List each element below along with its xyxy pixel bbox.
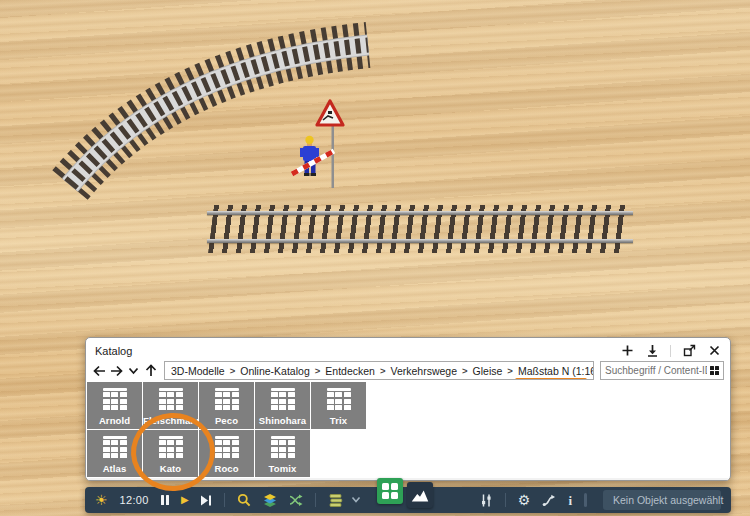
up-icon[interactable] — [143, 363, 158, 378]
search-field[interactable] — [600, 361, 724, 380]
popout-icon[interactable] — [682, 344, 696, 358]
search-input[interactable] — [605, 365, 707, 376]
sliders-icon[interactable] — [479, 491, 493, 509]
track-rail — [207, 239, 633, 243]
pause-icon[interactable] — [161, 491, 170, 509]
info-icon[interactable]: i — [568, 491, 572, 509]
tile-label: Arnold — [87, 415, 142, 426]
tile-label: Tomix — [255, 463, 310, 474]
tile-label: Peco — [199, 415, 254, 426]
play-icon[interactable]: ▶ — [181, 491, 189, 509]
folder-grid-icon — [271, 436, 295, 458]
sign-pole — [332, 124, 335, 188]
breadcrumb-separator: > — [314, 365, 322, 376]
tile-atlas[interactable]: Atlas — [87, 430, 142, 477]
clock-time[interactable]: 12:00 — [120, 494, 149, 506]
tile-arnold[interactable]: Arnold — [87, 382, 142, 429]
horizontal-scrollbar[interactable] — [87, 478, 729, 481]
sun-icon[interactable]: ☀ — [95, 491, 108, 509]
catalog-panel: Katalog — [85, 337, 731, 481]
tile-trix[interactable]: Trix — [311, 382, 366, 429]
worker-figure — [292, 136, 334, 176]
breadcrumb-item[interactable]: Verkehrswege — [390, 365, 457, 377]
tile-label: Atlas — [87, 463, 142, 474]
tile-peco[interactable]: Peco — [199, 382, 254, 429]
divider — [505, 493, 506, 507]
forward-icon[interactable] — [109, 363, 124, 378]
divider — [670, 345, 671, 357]
panel-title: Katalog — [95, 345, 132, 357]
track-rail — [207, 211, 633, 215]
selection-status-field: Kein Objekt ausgewählt — [603, 490, 721, 510]
events-icon[interactable] — [542, 491, 556, 509]
divider — [224, 493, 225, 507]
folder-grid-icon — [159, 388, 183, 410]
tile-tomix[interactable]: Tomix — [255, 430, 310, 477]
folder-grid-icon — [103, 436, 127, 458]
add-icon[interactable] — [620, 344, 634, 358]
folder-grid-icon — [215, 388, 239, 410]
breadcrumb[interactable]: 3D-Modelle > Online-Katalog > Entdecken … — [164, 361, 594, 380]
tile-label: Kato — [143, 463, 198, 474]
tile-label: Trix — [311, 415, 366, 426]
breadcrumb-item[interactable]: Online-Katalog — [240, 365, 309, 377]
tile-shinohara[interactable]: Shinohara — [255, 382, 310, 429]
terrain-button[interactable] — [407, 482, 433, 508]
gear-icon[interactable]: ⚙ — [518, 491, 531, 509]
breadcrumb-separator: > — [229, 365, 237, 376]
zoom-icon[interactable] — [237, 491, 251, 509]
breadcrumb-separator: > — [461, 365, 469, 376]
back-icon[interactable] — [92, 363, 107, 378]
grid-icon — [382, 483, 398, 499]
catalog-titlebar: Katalog — [86, 338, 730, 360]
folder-grid-icon — [103, 388, 127, 410]
divider — [315, 493, 316, 507]
import-icon[interactable] — [645, 344, 659, 358]
history-icon[interactable] — [126, 363, 141, 378]
catalog-tiles: Arnold Fleischmann Peco Shinohara Trix — [86, 381, 730, 477]
drag-handle[interactable] — [584, 493, 587, 507]
track-stack-icon[interactable] — [328, 491, 343, 509]
breadcrumb-separator: > — [379, 365, 387, 376]
folder-grid-icon — [271, 388, 295, 410]
straight-track[interactable] — [207, 202, 633, 256]
breadcrumb-item[interactable]: Entdecken — [325, 365, 375, 377]
close-icon[interactable] — [707, 344, 721, 358]
mountain-icon — [409, 484, 431, 506]
breadcrumb-item[interactable]: 3D-Modelle — [171, 365, 225, 377]
catalog-grid-button[interactable] — [377, 478, 403, 504]
tile-kato[interactable]: Kato — [143, 430, 198, 477]
tile-label: Shinohara — [255, 415, 310, 426]
construction-worker-and-sign[interactable] — [288, 98, 352, 198]
bottom-toolbar: ☀ 12:00 ▶ ⚙ i Kein Objekt ausgewählt — [85, 487, 731, 513]
annotation-underline — [515, 378, 587, 381]
scroll-left-icon[interactable] — [90, 480, 94, 481]
chevron-down-icon[interactable] — [351, 491, 361, 509]
folder-grid-icon — [159, 436, 183, 458]
scroll-right-icon[interactable] — [722, 480, 726, 481]
breadcrumb-separator: > — [506, 365, 514, 376]
layers-icon[interactable] — [263, 491, 277, 509]
breadcrumb-item[interactable]: Gleise — [473, 365, 503, 377]
breadcrumb-label: Maßstab N (1:160) — [518, 365, 594, 377]
breadcrumb-item-current[interactable]: Maßstab N (1:160) — [518, 365, 594, 377]
grid-view-icon[interactable] — [710, 366, 719, 375]
folder-grid-icon — [327, 388, 351, 410]
tile-label: Fleischmann — [143, 415, 198, 426]
selection-status: Kein Objekt ausgewählt — [613, 494, 723, 506]
catalog-nav-row: 3D-Modelle > Online-Katalog > Entdecken … — [86, 360, 730, 381]
tile-roco[interactable]: Roco — [199, 430, 254, 477]
folder-grid-icon — [215, 436, 239, 458]
shuffle-icon[interactable] — [289, 491, 303, 509]
skip-end-icon[interactable] — [201, 491, 212, 509]
tile-label: Roco — [199, 463, 254, 474]
tile-fleischmann[interactable]: Fleischmann — [143, 382, 198, 429]
